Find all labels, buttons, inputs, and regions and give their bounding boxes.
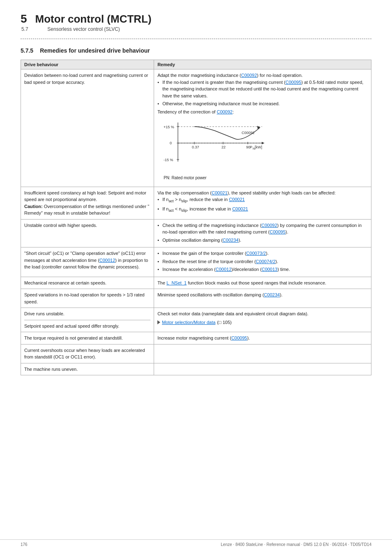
remedy-link-7: Motor selection/Motor data (□ 105) [157,319,232,326]
table-row: Current overshoots occur when heavy load… [21,344,371,363]
svg-marker-21 [262,142,264,144]
link-C00012-2[interactable]: C00012 [216,267,232,272]
remedy-cell: Increase the gain of the torque controll… [154,247,371,277]
page-header: 5 Motor control (MCTRL) 5.7 Sensorless v… [21,12,371,32]
table-row: Unstable control with higher speeds. Che… [21,219,371,247]
remedy-cell: Increase motor magnetising current (C000… [154,332,371,345]
table-row: The torque required is not generated at … [21,332,371,345]
link-C00095-1[interactable]: C00095 [286,80,302,85]
remedy-text-6: Minimise speed oscillations with oscilla… [157,292,283,297]
subsection-header: 5.7.5 Remedies for undesired drive behav… [21,47,371,54]
svg-text:22: 22 [221,145,226,149]
list-item: Increase the gain of the torque controll… [157,250,368,257]
behaviour-cell: Speed variations in no-load operation fo… [21,289,154,308]
correction-chart: +15 % 0 -15 % 0.37 22 [161,118,277,172]
list-item: Check the setting of the magnetising ind… [157,222,368,236]
table-row: Mechanical resonance at certain speeds. … [21,277,371,289]
page-number: 176 [21,542,28,547]
link-C00021-2[interactable]: C00021 [229,197,245,202]
table-row: Drive runs unstable. Setpoint speed and … [21,308,371,332]
col-remedy-header: Remedy [154,60,371,69]
remedies-table: Drive behaviour Remedy Deviation between… [21,60,371,375]
behaviour-cell: "Short circuit" (oC1) or "Clamp operatio… [21,247,154,277]
list-item: If the no-load current is greater than t… [157,79,368,99]
behaviour-text-9: The torque required is not generated at … [24,335,123,340]
link-motor-selection[interactable]: Motor selection/Motor data [162,319,215,326]
remedy-cell: The L_NSet_1 function block masks out th… [154,277,371,289]
list-item: Increase the acceleration (C00012)/decel… [157,266,368,273]
behaviour-text-6: Speed variations in no-load operation fo… [24,292,145,304]
svg-text:0: 0 [170,141,172,145]
behaviour-cell: Drive runs unstable. Setpoint speed and … [21,308,154,332]
link-C00074-2[interactable]: C00074/2 [256,259,276,264]
remedy-text-5: The L_NSet_1 function block masks out th… [157,280,326,285]
svg-text:+15 %: +15 % [164,125,174,129]
remedy-list-2: If nact > nslip, reduce the value in C00… [157,196,368,214]
link-C00092-2[interactable]: C00092 [217,109,233,114]
link-C00021-1[interactable]: C00021 [212,190,228,195]
remedy-cell: Check the setting of the magnetising ind… [154,219,371,247]
footer-product: Lenze · 8400 StateLine · Reference manua… [221,542,371,547]
col-behaviour-header: Drive behaviour [21,60,154,69]
link-C00012-1[interactable]: C00012 [99,258,115,263]
svg-text:C00092: C00092 [242,131,255,135]
tendency-text: Tendency of the correction of C00092: [157,109,234,114]
chart-note: PN: Rated motor power [164,175,368,181]
list-item: If nact > nslip, reduce the value in C00… [157,196,368,204]
page-footer: 176 Lenze · 8400 StateLine · Reference m… [0,539,392,547]
table-row: Speed variations in no-load operation fo… [21,289,371,308]
section-title: Sensorless vector control (SLVC) [47,26,120,32]
remedy-cell [154,363,371,375]
link-C00234-2[interactable]: C00234 [264,292,280,297]
arrow-icon [157,320,160,324]
behaviour-text-11: The machine runs uneven. [24,367,78,372]
svg-text:-15 %: -15 % [164,158,173,162]
page-ref: (□ 105) [217,319,231,326]
link-C00073-2[interactable]: C00073/2 [246,251,266,256]
table-row: "Short circuit" (oC1) or "Clamp operatio… [21,247,371,277]
remedy-cell: Adapt the motor magnetising inductance (… [154,69,371,187]
remedy-list-4: Increase the gain of the torque controll… [157,250,368,273]
remedy-text-2: Via the slip compensation (C00021), the … [157,190,336,195]
behaviour-text-3: Unstable control with higher speeds. [24,223,97,228]
table-row: Deviation between no-load current and ma… [21,69,371,187]
svg-text:[kW]: [kW] [255,145,262,149]
subsection-title: Remedies for undesired drive behaviour [40,47,150,54]
behaviour-cell: Unstable control with higher speeds. [21,219,154,247]
chapter-title: Motor control (MCTRL) [35,13,152,25]
remedy-list-1: If the no-load current is greater than t… [157,79,368,107]
link-C00021-3[interactable]: C00021 [232,206,248,211]
behaviour-cell: Insufficient speed constancy at high loa… [21,187,154,219]
behaviour-cell: Deviation between no-load current and ma… [21,69,154,187]
section-divider [21,39,371,39]
list-item: Optimise oscillation damping (C00234). [157,237,368,244]
link-LNSet1[interactable]: L_NSet_1 [166,280,187,285]
behaviour-cell: Current overshoots occur when heavy load… [21,344,154,363]
behaviour-text-7a: Drive runs unstable. [24,310,150,320]
link-C00013[interactable]: C00013 [262,267,278,272]
list-item: If nact < nslip, increase the value in C… [157,206,368,214]
link-C00092-3[interactable]: C00092 [261,223,277,228]
remedy-text-7: Check set motor data (nameplate data and… [157,311,308,316]
link-C00234-1[interactable]: C00234 [223,238,239,243]
behaviour-cell: The machine runs uneven. [21,363,154,375]
subsection-number: 5.7.5 [21,47,33,54]
table-row: The machine runs uneven. [21,363,371,375]
behaviour-text-4: "Short circuit" (oC1) or "Clamp operatio… [24,251,148,269]
remedy-cell: Minimise speed oscillations with oscilla… [154,289,371,308]
behaviour-text-7b: Setpoint speed and actual speed differ s… [24,323,150,330]
link-C00092-1[interactable]: C00092 [241,73,257,78]
behaviour-text: Deviation between no-load current and ma… [24,73,148,85]
remedy-cell: Check set motor data (nameplate data and… [154,308,371,332]
list-item: Otherwise, the magnetising inductance mu… [157,100,368,107]
behaviour-text-2: Insufficient speed constancy at high loa… [24,190,149,216]
link-C00095-3[interactable]: C00095 [231,335,247,340]
section-number: 5.7 [21,26,46,32]
behaviour-cell: Mechanical resonance at certain speeds. [21,277,154,289]
behaviour-cell: The torque required is not generated at … [21,332,154,345]
remedy-cell [154,344,371,363]
link-C00095-2[interactable]: C00095 [270,229,286,234]
remedy-text-9: Increase motor magnetising current (C000… [157,335,250,340]
svg-text:P: P [250,145,252,149]
remedy-text-1: Adapt the motor magnetising inductance (… [157,73,302,78]
